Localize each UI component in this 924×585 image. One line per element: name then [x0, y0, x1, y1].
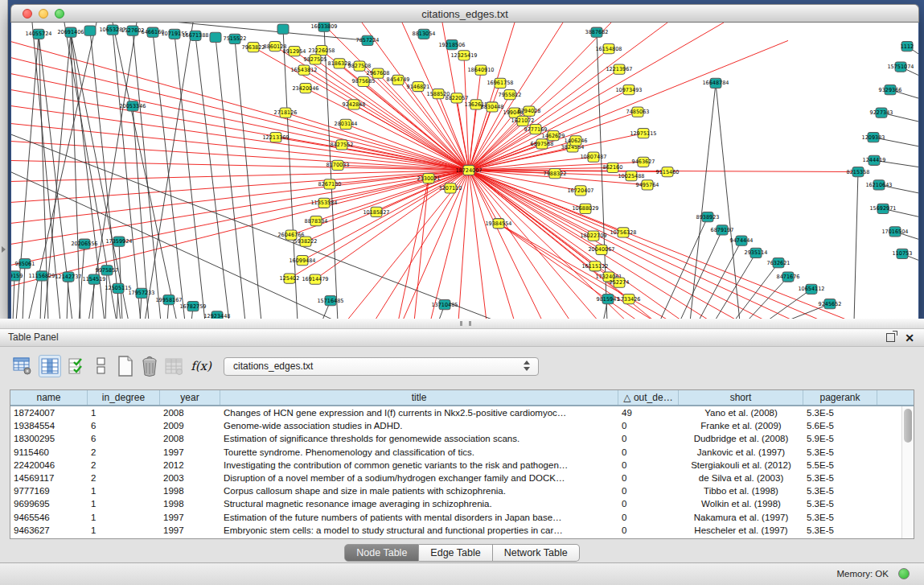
table-row[interactable]: 1830029562008Estimation of significance … [10, 432, 914, 445]
graph-node[interactable]: 16543812 [290, 65, 317, 75]
graph-node[interactable]: 16210643 [865, 180, 892, 190]
table-row[interactable]: 911546021997Tourette syndrome. Phenomeno… [10, 446, 914, 459]
memory-status-indicator[interactable] [898, 568, 910, 579]
tab-edge-table[interactable]: Edge Table [419, 544, 492, 562]
graph-node[interactable]: 10756328 [610, 228, 636, 237]
graph-node[interactable]: 5938222 [294, 237, 318, 246]
graph-node[interactable]: 9875685 [352, 76, 376, 86]
table-row[interactable]: 946554611997Estimation of the future num… [10, 511, 914, 524]
select-all-button[interactable] [66, 355, 88, 377]
table-row[interactable]: 946362711997Embryonic stem cells: a mode… [10, 524, 914, 537]
graph-node[interactable]: 1154519 [83, 274, 106, 284]
graph-node[interactable]: 8878334 [305, 216, 328, 226]
graph-node[interactable]: 39159 [11, 271, 23, 281]
graph-node[interactable]: 17359924 [105, 237, 132, 246]
graph-node[interactable]: 125402 [280, 274, 300, 283]
graph-node[interactable]: 20691406 [57, 27, 84, 37]
graph-node[interactable]: 18640910 [467, 65, 494, 75]
close-panel-icon[interactable]: ✕ [905, 331, 914, 345]
graph-node[interactable]: 16115122 [581, 262, 608, 271]
graph-node[interactable]: 9827505 [304, 55, 327, 64]
column-header-year[interactable]: year [160, 390, 220, 405]
graph-node[interactable]: 7515522 [224, 34, 247, 43]
column-header-pagerank[interactable]: pagerank [803, 390, 877, 405]
control-panel-collapsed-strip[interactable] [0, 0, 8, 319]
graph-node[interactable]: 16033809 [310, 23, 337, 31]
row-height-button[interactable] [90, 355, 113, 377]
graph-node[interactable] [84, 26, 96, 35]
graph-node[interactable]: 8170033 [326, 160, 350, 170]
graph-node[interactable]: 10973493 [615, 84, 642, 94]
import-table-button-disabled[interactable] [162, 355, 185, 377]
graph-node[interactable]: 10025488 [618, 171, 644, 181]
graph-node[interactable]: 12213369 [262, 133, 289, 142]
graph-node[interactable]: 8813054 [413, 29, 436, 39]
graph-node[interactable]: 23226058 [308, 46, 335, 56]
graph-node[interactable]: 6879197 [711, 225, 734, 235]
graph-node[interactable]: 11156829 [28, 271, 55, 281]
graph-node[interactable]: 16648784 [702, 78, 729, 88]
graph-node[interactable]: 10654112 [798, 284, 824, 294]
graph-node[interactable]: 15716485 [317, 295, 343, 305]
table-vertical-scrollbar[interactable] [901, 406, 914, 538]
column-header-name[interactable]: name [10, 390, 88, 405]
graph-node[interactable] [210, 32, 221, 42]
tab-network-table[interactable]: Network Table [493, 544, 580, 562]
graph-node[interactable]: 2803144 [335, 119, 358, 129]
table-row[interactable]: 1456911722003Disruption of a novel membe… [10, 472, 914, 484]
graph-node[interactable]: 7857224 [356, 35, 380, 45]
graph-node[interactable]: 10688029 [572, 204, 598, 213]
graph-node[interactable]: 16961758 [487, 78, 513, 88]
graph-node[interactable] [277, 24, 289, 34]
panel-splitter[interactable] [0, 319, 924, 329]
graph-node[interactable]: 110753 [893, 249, 913, 258]
graph-node[interactable]: 12142737 [55, 272, 81, 282]
graph-node[interactable]: 9115460 [656, 167, 680, 176]
graph-node[interactable]: 17016504 [881, 227, 908, 237]
graph-node[interactable]: 9474444 [730, 236, 754, 245]
graph-node[interactable]: 11353584 [310, 198, 337, 208]
table-row[interactable]: 977716911998Corpus callosum shape and si… [10, 484, 914, 497]
graph-node[interactable]: 15751074 [887, 62, 914, 72]
graph-node[interactable]: 23420046 [292, 83, 318, 93]
graph-node[interactable]: 985061 [15, 259, 35, 269]
table-row[interactable]: 2242004622012Investigating the contribut… [10, 459, 914, 472]
table-row[interactable]: 1938455462009Genome-wide association stu… [10, 419, 914, 432]
graph-node[interactable]: 1209383 [862, 133, 885, 142]
graph-node[interactable]: 12325419 [450, 51, 477, 60]
table-source-dropdown[interactable]: citations_edges.txt [224, 357, 539, 376]
show-column-button[interactable] [39, 355, 61, 377]
graph-node[interactable]: 8938923 [696, 212, 720, 221]
graph-node[interactable]: 9815941 [597, 294, 620, 303]
graph-node[interactable]: 3887682 [585, 27, 609, 37]
graph-node[interactable]: 16720407 [567, 186, 593, 196]
graph-node[interactable]: 7632621 [767, 258, 791, 268]
graph-node[interactable]: 9227343 [870, 108, 893, 117]
graph-node[interactable]: 8471676 [777, 272, 800, 282]
graph-node[interactable]: 1112 [901, 41, 914, 51]
graph-node[interactable]: 8215358 [847, 167, 870, 176]
graph-node[interactable]: 14055724 [25, 29, 51, 39]
graph-node[interactable]: 19958167 [155, 295, 182, 304]
graph-node[interactable]: 17957233 [128, 288, 154, 298]
column-header-title[interactable]: title [220, 390, 618, 405]
graph-node[interactable]: 12213967 [606, 64, 632, 74]
network-graph[interactable]: 1872400714055724206914061065328715276026… [11, 23, 918, 319]
column-header-in_degree[interactable]: in_degree [88, 390, 160, 405]
new-column-button[interactable] [114, 355, 137, 377]
graph-node[interactable]: 12923448 [203, 311, 230, 319]
graph-node[interactable]: 13710485 [431, 300, 458, 310]
function-builder-button[interactable]: f(x) [190, 355, 212, 377]
graph-node[interactable]: 2935114 [745, 248, 768, 257]
graph-node[interactable]: 9329366 [879, 84, 902, 94]
graph-node[interactable]: 7955812 [499, 90, 522, 100]
graph-node[interactable]: 15692971 [869, 204, 896, 213]
graph-node[interactable]: 12975115 [630, 129, 656, 138]
graph-node[interactable]: 20206556 [71, 239, 97, 249]
expand-panel-arrow-icon[interactable] [2, 246, 6, 253]
network-window-titlebar[interactable]: citations_edges.txt [10, 4, 919, 23]
graph-node[interactable]: 3207110 [439, 183, 462, 193]
graph-node[interactable]: 8830448 [481, 102, 504, 112]
graph-node[interactable]: 8912954 [283, 47, 306, 56]
float-panel-icon[interactable] [886, 333, 895, 342]
